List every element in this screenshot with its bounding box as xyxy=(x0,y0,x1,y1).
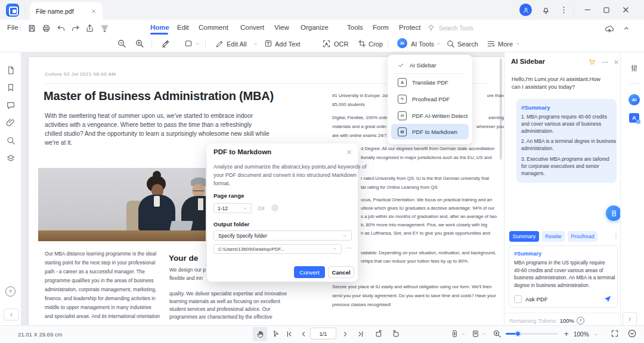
tab-edit[interactable]: Edit xyxy=(177,24,189,31)
fit-page-chevron-icon[interactable] xyxy=(461,332,466,336)
tab-convert[interactable]: Convert xyxy=(240,24,264,31)
cart-icon[interactable] xyxy=(588,58,596,66)
menu-item-ai-written-detect[interactable]: AI PDF AI-Written Detect xyxy=(388,108,472,123)
more-chevron-icon[interactable] xyxy=(515,41,521,46)
page-layout-icon[interactable] xyxy=(471,329,480,338)
previous-view-icon[interactable] xyxy=(374,329,383,338)
window-minimize-icon[interactable] xyxy=(583,5,592,14)
ocr-label[interactable]: OCR xyxy=(334,40,348,48)
cloud-upload-icon[interactable] xyxy=(605,24,614,33)
properties-sliders-icon[interactable] xyxy=(630,64,639,73)
zoom-slider-handle[interactable] xyxy=(515,331,521,336)
tab-comment[interactable]: Comment xyxy=(199,24,228,31)
tab-summary[interactable]: Summary xyxy=(509,231,539,242)
tab-close-icon[interactable] xyxy=(91,8,97,14)
zoom-in-icon[interactable] xyxy=(135,39,144,48)
filter-icon[interactable] xyxy=(100,24,109,33)
crop-label[interactable]: Crop xyxy=(369,40,383,48)
crop-icon[interactable] xyxy=(358,39,366,48)
edit-all-pencil-icon[interactable] xyxy=(215,39,224,48)
save-icon[interactable] xyxy=(27,24,36,33)
shape-chevron-icon[interactable] xyxy=(195,41,200,46)
last-page-icon[interactable] xyxy=(357,330,365,338)
titlebar-menu-icon[interactable] xyxy=(559,5,568,14)
search-tools-lamp-icon[interactable] xyxy=(427,24,435,32)
highlighter-icon[interactable] xyxy=(161,39,171,48)
collapse-sidebar-button[interactable] xyxy=(4,308,19,320)
next-view-icon[interactable] xyxy=(391,329,400,338)
print-icon[interactable] xyxy=(42,24,51,33)
page-number-input[interactable] xyxy=(310,328,336,339)
ask-pdf-checkbox[interactable] xyxy=(514,295,522,303)
fullscreen-icon[interactable] xyxy=(611,329,619,338)
redo-icon[interactable] xyxy=(71,24,80,33)
ai-tools-icon[interactable]: AI xyxy=(397,38,407,48)
output-folder-select[interactable]: Specify Specify folder xyxy=(213,230,352,241)
ai-tools-chevron-icon[interactable] xyxy=(436,41,441,46)
app-logo[interactable] xyxy=(6,4,19,17)
window-close-icon[interactable] xyxy=(621,5,630,14)
tab-tools[interactable]: Tools xyxy=(347,24,363,31)
tab-protect[interactable]: Protect xyxy=(399,24,420,31)
search-label[interactable]: Search xyxy=(457,40,478,48)
bookmark-icon[interactable] xyxy=(6,83,16,92)
menu-item-proofread-pdf[interactable]: ∿ Proofread PDF xyxy=(388,92,472,106)
tab-form[interactable]: Form xyxy=(373,24,389,31)
first-page-icon[interactable] xyxy=(285,330,293,338)
next-page-icon[interactable] xyxy=(341,330,349,338)
send-plane-icon[interactable] xyxy=(603,295,612,303)
search-icon[interactable] xyxy=(446,39,455,48)
attachment-icon[interactable] xyxy=(6,118,16,127)
zoom-level-chevron-icon[interactable] xyxy=(594,332,599,337)
edit-all-label[interactable]: Edit All xyxy=(227,40,247,48)
modal-close-icon[interactable] xyxy=(346,149,352,155)
tabs-more-icon[interactable] xyxy=(612,233,620,240)
shape-square-icon[interactable] xyxy=(184,39,193,48)
tab-organize[interactable]: Organize xyxy=(301,24,329,31)
select-tool-icon[interactable] xyxy=(271,329,280,338)
convert-button[interactable]: Convert xyxy=(294,266,325,278)
cancel-button[interactable]: Cancel xyxy=(328,266,354,278)
ocr-icon[interactable] xyxy=(322,39,331,48)
ai-assistant-icon[interactable]: AI xyxy=(628,94,640,105)
collapse-toolbar-icon[interactable] xyxy=(623,24,630,32)
menu-item-translate-pdf[interactable]: A Translate PDF xyxy=(388,75,472,89)
expand-panel-button[interactable] xyxy=(623,312,637,326)
add-text-label[interactable]: Add Text xyxy=(275,40,301,48)
add-text-icon[interactable] xyxy=(264,39,273,48)
translate-panel-icon[interactable]: A xyxy=(629,113,639,123)
hand-tool-button[interactable] xyxy=(253,327,267,341)
page-search-icon[interactable] xyxy=(6,136,16,145)
zoom-level-label[interactable]: 100% xyxy=(574,331,589,338)
panel-menu-icon[interactable] xyxy=(601,58,609,66)
ai-tools-label[interactable]: AI Tools xyxy=(411,40,434,48)
folder-path-select[interactable]: C:\Users\13609\Desktop\PDF... xyxy=(213,244,342,254)
page-range-select[interactable]: 1-12 xyxy=(213,203,252,213)
scroll-mode-icon[interactable] xyxy=(627,329,637,338)
more-icon[interactable] xyxy=(487,39,496,48)
previous-page-icon[interactable] xyxy=(299,330,308,338)
page-layout-chevron-icon[interactable] xyxy=(482,332,487,336)
notification-bell-icon[interactable] xyxy=(541,5,550,14)
account-avatar[interactable] xyxy=(519,4,532,16)
share-icon[interactable] xyxy=(85,24,94,33)
tab-rewrite[interactable]: Rewite xyxy=(542,231,565,242)
tab-home[interactable]: Home xyxy=(150,24,169,31)
tab-view[interactable]: View xyxy=(274,24,289,31)
browse-folder-button[interactable]: ... xyxy=(346,244,352,250)
zoom-magnifier-icon[interactable] xyxy=(493,329,501,338)
thumbnails-icon[interactable] xyxy=(6,66,16,75)
edit-all-chevron-icon[interactable] xyxy=(253,41,258,46)
fit-page-icon[interactable] xyxy=(450,329,459,338)
document-tab[interactable]: File name.pdf xyxy=(30,2,103,20)
more-label[interactable]: More xyxy=(498,40,513,48)
search-tools-placeholder[interactable]: Search Tools xyxy=(439,25,473,32)
tab-proofread[interactable]: Proofread xyxy=(568,231,597,242)
tokens-help-icon[interactable]: ? xyxy=(577,317,584,325)
ai-quick-button[interactable] xyxy=(606,205,621,221)
zoom-increase-button[interactable]: + xyxy=(564,329,569,338)
menu-item-pdf-to-markdown[interactable]: M PDF to Markdown xyxy=(391,124,469,139)
panel-close-icon[interactable] xyxy=(613,59,620,66)
file-menu[interactable]: File xyxy=(7,24,18,31)
window-maximize-icon[interactable] xyxy=(602,6,611,14)
